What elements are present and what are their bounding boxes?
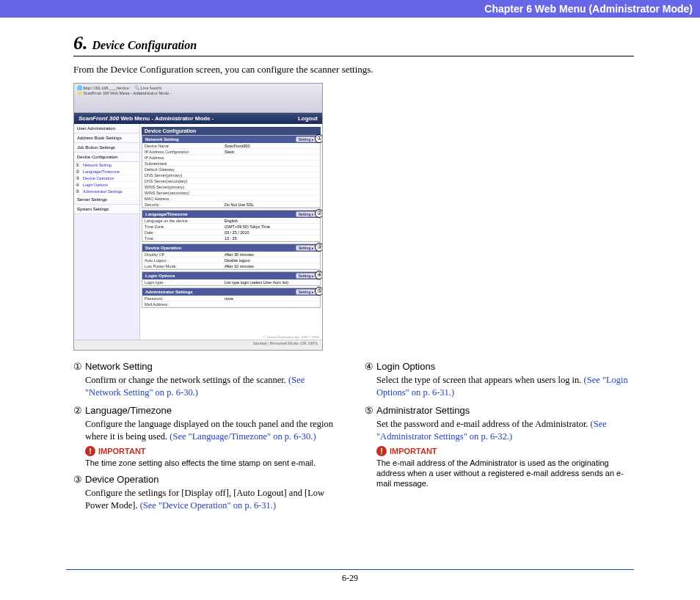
cross-ref-link[interactable]: (See "Network Setting" on p. 6-30.): [85, 375, 305, 398]
sidebar-subitem: ③Device Operation: [74, 175, 139, 182]
config-section: Network SettingSetting ▸Device NameScanF…: [142, 135, 321, 208]
important-text: The time zone setting also effects the t…: [73, 458, 343, 468]
callout-marker: ③: [315, 243, 322, 252]
sidebar-item: Server Settings: [74, 195, 139, 205]
cross-ref-link[interactable]: (See "Device Operation" on p. 6-31.): [140, 500, 277, 511]
page-number: 6-29: [342, 573, 358, 583]
sidebar-subitem: ②Language/Timezone: [74, 169, 139, 175]
callout-marker: ⑤: [315, 287, 322, 296]
desc-column-right: ④Login OptionsSelect the type of screen …: [365, 361, 634, 518]
config-section: Device OperationSetting ▸Display Off :Af…: [142, 244, 321, 270]
section-title: 6. Device Configuration: [73, 32, 634, 56]
sidebar-item: User Administration: [74, 124, 139, 133]
important-callout: !IMPORTANT: [85, 446, 343, 456]
status-bar: Internet | Protected Mode: Off 100%: [74, 340, 322, 350]
sidebar-item: Address Book Settings: [74, 133, 139, 143]
config-section: Login OptionsSetting ▸Login type :List t…: [142, 271, 321, 286]
sidebar-subitem: ⑤Administrator Settings: [74, 189, 139, 195]
important-callout: !IMPORTANT: [376, 446, 634, 456]
config-section: Administrator SettingsSetting ▸Password …: [142, 288, 321, 308]
important-icon: !: [376, 446, 387, 456]
embedded-screenshot: 🌐 http://192.168.___/device/ 🔍 Live Sear…: [73, 83, 323, 351]
section-name: Device Configuration: [92, 39, 197, 52]
brand: ScanFront 300: [79, 115, 119, 122]
brand-subtitle: Web Menu - Administrator Mode -: [120, 115, 214, 122]
browser-chrome: 🌐 http://192.168.___/device/ 🔍 Live Sear…: [74, 84, 322, 113]
sidebar-item: Job Button Settings: [74, 143, 139, 153]
logout-link: Logout: [298, 115, 318, 122]
important-icon: !: [85, 446, 95, 456]
chapter-header: Chapter 6 Web Menu (Administrator Mode): [0, 0, 700, 18]
sidebar-item: Device Configuration: [74, 153, 139, 162]
description-entry: ⑤Administrator SettingsSet the password …: [365, 405, 634, 489]
description-entry: ①Network SettingConfirm or change the ne…: [73, 361, 343, 399]
browser-tab: ScanFront 300 Web Menu - Administrator M…: [84, 91, 172, 95]
panel-title: Device Configuration: [142, 127, 321, 135]
sidebar-item: System Settings: [74, 205, 139, 214]
desc-column-left: ①Network SettingConfirm or change the ne…: [73, 361, 343, 518]
description-entry: ④Login OptionsSelect the type of screen …: [365, 361, 634, 399]
description-entry: ②Language/TimezoneConfigure the language…: [73, 405, 343, 468]
intro-text: From the Device Configuration screen, yo…: [73, 64, 634, 76]
config-section: Language/TimezoneSetting ▸Language on th…: [142, 210, 321, 242]
section-number: 6.: [73, 32, 88, 54]
callout-marker: ④: [315, 271, 322, 279]
cross-ref-link[interactable]: (See "Login Options" on p. 6-31.): [376, 375, 628, 398]
sidebar: User AdministrationAddress Book Settings…: [74, 124, 140, 340]
description-entry: ③Device OperationConfigure the setlings …: [73, 474, 343, 512]
copyright: © Canon Electronics Inc. 2007 - 2010: [263, 335, 319, 339]
page-footer: 6-29: [66, 569, 634, 584]
app-header: ScanFront 300 Web Menu - Administrator M…: [74, 113, 322, 124]
sidebar-subitem: ①Network Setting: [74, 162, 139, 169]
config-panel: Device Configuration Network SettingSett…: [140, 124, 322, 340]
callout-marker: ②: [315, 209, 322, 218]
cross-ref-link[interactable]: (See "Administrator Settings" on p. 6-32…: [376, 419, 607, 442]
callout-marker: ①: [315, 134, 322, 143]
cross-ref-link[interactable]: (See "Language/Timezone" on p. 6-30.): [169, 431, 316, 442]
sidebar-subitem: ④Login Options: [74, 182, 139, 189]
important-text: The e-mail address of the Administrator …: [365, 458, 634, 489]
